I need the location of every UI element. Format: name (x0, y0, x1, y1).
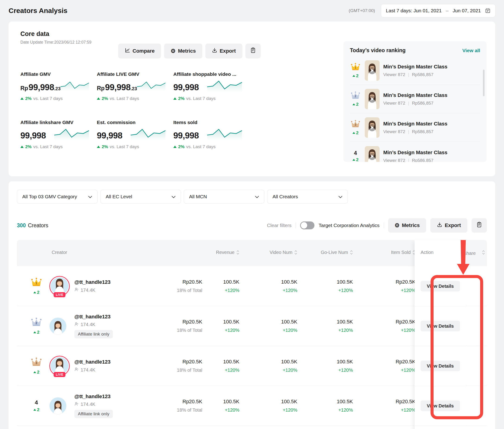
video-revenue: Rp586,857 (412, 158, 434, 162)
divider (296, 222, 296, 228)
creator-avatar[interactable] (49, 317, 67, 335)
video-ranking-panel: Today’s video ranking View all 1 2 Min’s… (343, 41, 487, 162)
clipboard-icon (250, 47, 256, 55)
ranking-title: Today’s video ranking (350, 47, 406, 54)
filter-dropdown-value: All MCN (189, 194, 207, 199)
cell-revenue: Rp20.5K 18% of Total (144, 359, 204, 373)
compare-label: Compare (132, 48, 155, 54)
trend-up-icon (352, 75, 355, 77)
column-header-revenue[interactable]: Revenue (204, 240, 241, 256)
video-revenue: Rp586,857 (412, 101, 434, 106)
copy-button[interactable] (245, 44, 261, 58)
target-analytics-toggle[interactable] (300, 222, 314, 229)
export-button[interactable]: Export (205, 44, 242, 58)
view-all-link[interactable]: View all (462, 48, 480, 53)
video-title: Min’s Design Master Class (383, 150, 447, 156)
play-icon[interactable] (365, 117, 380, 138)
creator-avatar-live[interactable]: LIVE (49, 356, 70, 376)
core-actions: Compare ⚙ Metrics Export (118, 44, 261, 58)
metric-delta-pct: 2% (102, 144, 108, 149)
metric-value-row: Rp99,998.23 (97, 79, 165, 92)
rank-delta: 2 (33, 370, 40, 375)
metric-tile: Affiliate LIVE GMV Rp99,998.23 2% vs. La… (97, 72, 173, 101)
divider (415, 426, 466, 426)
compare-button[interactable]: Compare (118, 44, 161, 58)
toolbar-right: Clear filters Target Corporation Analyti… (267, 218, 487, 232)
ranking-item: 3 2 Min’s Design Master Class Viewer 872… (350, 113, 480, 142)
core-data-card: Core data Date Update Time:2023/06/12 12… (9, 22, 495, 176)
video-thumbnail[interactable] (365, 60, 380, 81)
gear-icon: ⚙ (171, 48, 176, 54)
sort-icon (236, 250, 239, 256)
view-details-button[interactable]: View Details (421, 321, 460, 331)
svg-text:2: 2 (355, 94, 356, 98)
cell-video-num: 100.5K +120% (204, 319, 241, 333)
video-thumbnail[interactable] (365, 146, 380, 162)
divider: | (408, 101, 409, 106)
table-copy-button[interactable] (472, 218, 487, 232)
creator-avatar-live[interactable]: LIVE (49, 276, 70, 296)
column-header-video-num[interactable]: Video Num (241, 240, 299, 256)
filter-dropdown[interactable]: All Creators (267, 190, 348, 204)
cell-item-sold: 100.5K +120% (299, 279, 355, 293)
rank-crown-icon: 2 (351, 91, 360, 101)
sparkline-chart (61, 79, 89, 92)
chevron-down-icon (172, 194, 176, 199)
row-rank: 1 2 (30, 277, 43, 295)
metric-delta-suffix: vs. Last 7 days (186, 96, 216, 101)
table-metrics-button[interactable]: ⚙ Metrics (388, 218, 426, 232)
ranking-item-info: Min’s Design Master Class Viewer 872 | R… (383, 64, 447, 77)
rank-crown-icon: 1 (31, 277, 42, 288)
table-export-button[interactable]: Export (430, 218, 467, 232)
rank-crown-icon: 3 (351, 120, 360, 129)
cell-video-num: 100.5K +120% (204, 279, 241, 293)
core-metrics-grid: Affiliate GMV Rp99,998.23 2% vs. Last 7 … (20, 72, 342, 149)
followers-icon (74, 322, 79, 327)
ranking-list: 1 2 Min’s Design Master Class Viewer 872… (350, 56, 480, 162)
cell-revenue: Rp20.5K 18% of Total (144, 399, 204, 413)
ranking-scrollbar[interactable] (483, 70, 485, 96)
column-header-item-sold[interactable]: Item Sold (355, 240, 417, 256)
creator-avatar[interactable] (49, 397, 67, 414)
metric-currency-prefix: Rp (20, 85, 28, 92)
view-details-button[interactable]: View Details (421, 281, 460, 292)
header-spacer (17, 264, 49, 274)
play-icon[interactable] (365, 146, 380, 162)
column-header-golive-num[interactable]: Go-Live Num (299, 240, 355, 256)
date-range-picker[interactable]: Last 7 days: Jun 01, 2021 – Jun 07, 2021 (381, 4, 495, 18)
metrics-button[interactable]: ⚙ Metrics (164, 44, 202, 58)
video-thumbnail[interactable] (365, 117, 380, 138)
followers-icon (74, 287, 79, 293)
view-details-button[interactable]: View Details (421, 361, 460, 371)
trend-up-icon (97, 97, 100, 100)
metric-value: 99,998 (20, 131, 46, 141)
ranking-item: 1 2 Min’s Design Master Class Viewer 872… (350, 56, 480, 85)
date-range-end: Jun 07, 2021 (453, 8, 481, 13)
filter-dropdown[interactable]: All MCN (184, 190, 264, 204)
cell-golive-num: 100.5K +120% (241, 319, 299, 333)
row-avatar-cell: LIVE (49, 276, 74, 296)
metrics-label: Metrics (178, 48, 196, 54)
view-details-button[interactable]: View Details (421, 401, 460, 411)
creators-table-card: All Top 03 GMV Category All EC Level All… (9, 181, 495, 429)
play-icon[interactable] (365, 89, 380, 109)
trend-up-icon (352, 132, 355, 134)
metric-delta: 2% vs. Last 7 days (20, 96, 89, 101)
svg-text:3: 3 (355, 123, 356, 126)
sparkline-chart (137, 79, 165, 92)
divider: | (408, 72, 409, 77)
download-icon (212, 47, 217, 54)
clear-filters-link[interactable]: Clear filters (267, 223, 292, 228)
play-icon[interactable] (365, 60, 380, 81)
cell-item-sold: 100.5K +120% (299, 319, 355, 333)
filter-dropdown[interactable]: All EC Level (100, 190, 181, 204)
live-badge: LIVE (53, 372, 65, 377)
metric-delta: 2% vs. Last 7 days (97, 96, 165, 101)
cell-item-sold: 100.5K +120% (299, 399, 355, 413)
clipboard-icon (477, 222, 482, 229)
video-thumbnail[interactable] (365, 89, 380, 109)
metric-label: Affiliate shoppable video ... (173, 72, 242, 77)
filter-dropdown[interactable]: All Top 03 GMV Category (17, 190, 97, 204)
svg-text:2: 2 (35, 321, 37, 325)
metric-currency-prefix: Rp (97, 85, 104, 92)
